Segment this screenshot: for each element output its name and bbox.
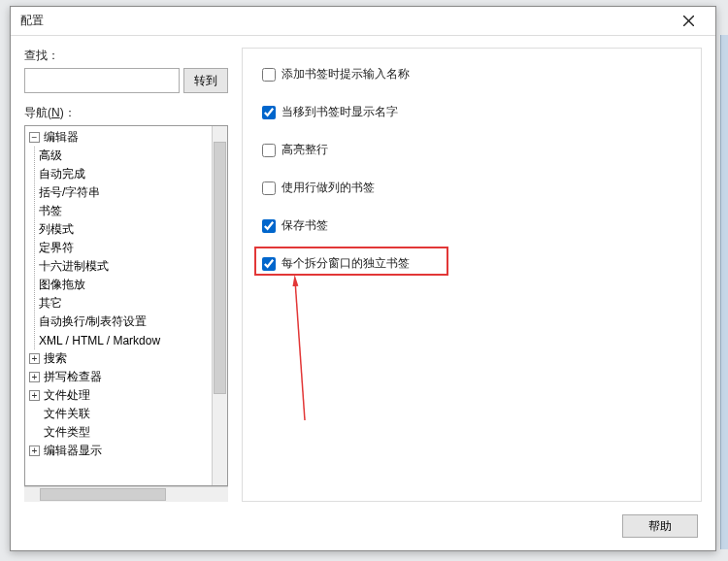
tree-node-label: 十六进制模式 (39, 258, 109, 275)
tree-node-label: 拼写检查器 (44, 369, 102, 385)
tree-node-label: 括号/字符串 (39, 184, 100, 201)
left-panel: 查找： 转到 导航(N)： − 编辑器 高级自动完成括号/字符串书签列模式定界符… (24, 48, 228, 502)
window-title: 配置 (20, 13, 669, 29)
tree-node-label: 搜索 (44, 350, 67, 367)
option-label: 添加书签时提示输入名称 (281, 66, 410, 82)
option-row[interactable]: 添加书签时提示输入名称 (262, 66, 681, 82)
tree-node-label: 自动换行/制表符设置 (39, 314, 147, 330)
option-row[interactable]: 高亮整行 (262, 142, 681, 158)
tree-node-label: 文件处理 (44, 387, 90, 404)
background-window-stub (720, 35, 728, 549)
tree-node[interactable]: +拼写检查器 (25, 368, 212, 386)
option-row[interactable]: 每个拆分窗口的独立书签 (262, 255, 681, 272)
search-row: 转到 (24, 68, 228, 93)
option-checkbox[interactable] (262, 182, 276, 195)
options-list: 添加书签时提示输入名称当移到书签时显示名字高亮整行使用行做列的书签保存书签每个拆… (262, 66, 681, 272)
tree-inner[interactable]: − 编辑器 高级自动完成括号/字符串书签列模式定界符十六进制模式图像拖放其它自动… (25, 126, 212, 485)
tree-node-label: 图像拖放 (39, 277, 85, 293)
nav-label-prefix: 导航( (24, 106, 51, 119)
option-row[interactable]: 使用行做列的书签 (262, 180, 681, 196)
dialog-body: 查找： 转到 导航(N)： − 编辑器 高级自动完成括号/字符串书签列模式定界符… (11, 36, 715, 510)
option-label: 使用行做列的书签 (281, 180, 375, 196)
tree-node[interactable]: +文件处理 (25, 386, 212, 405)
option-checkbox[interactable] (262, 219, 276, 233)
titlebar: 配置 (11, 7, 715, 36)
vertical-scroll-thumb[interactable] (214, 142, 226, 394)
annotation-arrow (291, 275, 309, 420)
tree-node[interactable]: +编辑器显示 (25, 442, 212, 460)
collapse-icon[interactable]: − (29, 132, 40, 143)
tree-node-editor[interactable]: − 编辑器 (25, 128, 212, 147)
tree-siblings: +搜索+拼写检查器+文件处理文件关联文件类型+编辑器显示 (25, 349, 212, 460)
tree-node[interactable]: 文件类型 (25, 423, 212, 442)
tree-leaf[interactable]: 列模式 (35, 220, 212, 239)
option-checkbox[interactable] (262, 106, 276, 119)
option-checkbox[interactable] (262, 68, 276, 82)
help-button[interactable]: 帮助 (622, 514, 698, 538)
close-button[interactable] (669, 8, 708, 35)
tree-leaf[interactable]: 书签 (35, 202, 212, 220)
svg-line-2 (295, 280, 305, 420)
nav-label-key: N (51, 106, 60, 119)
tree-leaf[interactable]: 高级 (35, 147, 212, 165)
horizontal-scroll-thumb[interactable] (40, 488, 166, 501)
tree-node-label: 其它 (39, 295, 62, 312)
tree-node-label: 自动完成 (39, 166, 85, 182)
nav-tree: − 编辑器 高级自动完成括号/字符串书签列模式定界符十六进制模式图像拖放其它自动… (24, 125, 228, 486)
tree-node[interactable]: 文件关联 (25, 405, 212, 423)
tree-children: 高级自动完成括号/字符串书签列模式定界符十六进制模式图像拖放其它自动换行/制表符… (34, 147, 212, 349)
option-label: 每个拆分窗口的独立书签 (281, 255, 410, 272)
option-label: 当移到书签时显示名字 (281, 104, 398, 120)
tree-leaf[interactable]: 自动换行/制表符设置 (35, 313, 212, 331)
expand-icon[interactable]: + (29, 446, 40, 456)
option-row[interactable]: 保存书签 (262, 217, 681, 234)
tree-leaf[interactable]: 定界符 (35, 239, 212, 257)
nav-label-suffix: )： (60, 106, 76, 119)
expand-icon[interactable]: + (29, 372, 40, 382)
tree-node-label: 文件类型 (44, 424, 90, 441)
expand-icon[interactable]: + (29, 353, 40, 364)
expand-icon[interactable]: + (29, 390, 40, 401)
tree-leaf[interactable]: XML / HTML / Markdow (35, 331, 212, 349)
tree-node-label: 文件关联 (44, 406, 90, 422)
option-checkbox[interactable] (262, 144, 276, 157)
config-dialog: 配置 查找： 转到 导航(N)： − 编辑器 (10, 6, 716, 551)
tree-leaf[interactable]: 图像拖放 (35, 276, 212, 294)
horizontal-scrollbar[interactable] (24, 486, 228, 502)
close-icon (683, 16, 694, 26)
tree-node-label: 高级 (39, 148, 62, 164)
dialog-footer: 帮助 (11, 510, 715, 550)
option-checkbox[interactable] (262, 257, 276, 271)
tree-node-label: 定界符 (39, 240, 74, 256)
options-panel: 添加书签时提示输入名称当移到书签时显示名字高亮整行使用行做列的书签保存书签每个拆… (242, 48, 702, 502)
search-label: 查找： (24, 48, 228, 64)
tree-node-label: 列模式 (39, 221, 74, 238)
nav-label: 导航(N)： (24, 105, 228, 121)
tree-node-label: 书签 (39, 203, 62, 219)
tree-leaf[interactable]: 自动完成 (35, 165, 212, 183)
go-button[interactable]: 转到 (183, 68, 228, 93)
search-input[interactable] (24, 68, 180, 93)
option-label: 高亮整行 (281, 142, 328, 158)
option-label: 保存书签 (281, 217, 328, 234)
tree-node-label: 编辑器显示 (44, 443, 102, 459)
tree-node-label: XML / HTML / Markdow (39, 334, 160, 347)
option-row[interactable]: 当移到书签时显示名字 (262, 104, 681, 120)
vertical-scrollbar[interactable] (212, 126, 227, 485)
tree-node-label: 编辑器 (44, 129, 79, 146)
tree-leaf[interactable]: 其它 (35, 294, 212, 313)
tree-leaf[interactable]: 括号/字符串 (35, 183, 212, 202)
tree-node[interactable]: +搜索 (25, 349, 212, 368)
tree-leaf[interactable]: 十六进制模式 (35, 257, 212, 276)
